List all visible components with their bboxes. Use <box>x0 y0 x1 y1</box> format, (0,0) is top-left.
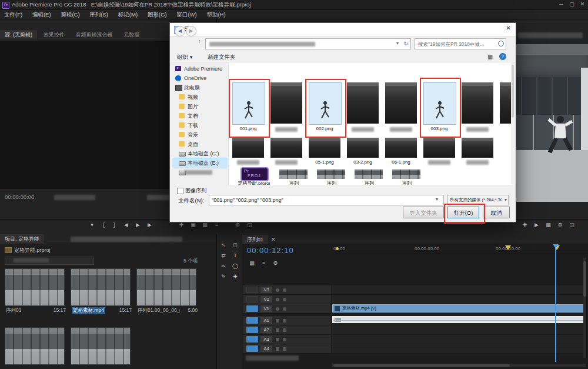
file-censored[interactable] <box>460 138 495 166</box>
sidebar-item-adobe-premiere[interactable]: Pr Adobe Premiere <box>172 64 228 74</box>
file-list-scrollbar[interactable] <box>511 62 514 185</box>
project-other-tabs[interactable] <box>71 237 182 242</box>
menu-marker[interactable]: 标记(M) <box>114 10 142 19</box>
sidebar-item-censored[interactable] <box>172 168 228 177</box>
source-zoom-select[interactable] <box>54 195 95 200</box>
track-header-a3[interactable]: A3 <box>243 335 331 344</box>
source-assign-box[interactable] <box>246 345 258 352</box>
sidebar-item-videos[interactable]: 视频 <box>172 92 228 102</box>
selection-tool-icon[interactable]: ↖ <box>219 240 228 250</box>
lane-v1[interactable]: 定格素材.mp4 [V] <box>332 304 586 314</box>
nav-forward-button[interactable]: ▶ <box>186 26 196 36</box>
view-mode-icon[interactable]: ▦ <box>487 54 493 60</box>
project-item-still-sequence[interactable]: 序列01.00_00_06_08... 5.00 <box>136 268 198 325</box>
zoom-tool-icon[interactable]: ◯ <box>230 261 240 271</box>
file-censored[interactable] <box>460 82 495 133</box>
hand-tool-icon[interactable]: ✚ <box>230 272 240 281</box>
dialog-titlebar[interactable]: 导入 ✕ <box>170 23 516 36</box>
snap-icon[interactable]: ≡ <box>259 258 269 268</box>
file-03-2-png[interactable]: 03-2.png <box>346 138 380 166</box>
tab-metadata[interactable]: 元数据 <box>119 30 144 39</box>
menu-clip[interactable]: 剪辑(C) <box>56 10 83 19</box>
program-play-icon[interactable]: ▶ <box>532 220 542 230</box>
menu-sequence[interactable]: 序列(S) <box>85 10 112 19</box>
mute-track-icon[interactable] <box>276 338 279 341</box>
program-expand-icon[interactable]: ◲ <box>567 220 577 230</box>
source-assign-box[interactable] <box>246 317 258 324</box>
file-sequence-still[interactable]: 序列 <box>278 169 310 185</box>
tab-audio-mixer[interactable]: 音频剪辑混合器 <box>71 30 118 39</box>
filename-dropdown-icon[interactable]: ▾ <box>436 197 438 202</box>
sidebar-item-documents[interactable]: 文档 <box>172 111 228 121</box>
track-header-v1[interactable]: V1 <box>243 304 331 314</box>
file-censored[interactable] <box>384 82 418 133</box>
track-header-v2[interactable]: V2 <box>243 295 331 304</box>
timeline-timecode[interactable]: 00:00:12:10 <box>247 246 294 255</box>
file-censored[interactable] <box>231 138 265 166</box>
sidebar-item-this-pc[interactable]: 此电脑 <box>172 83 228 92</box>
filename-input[interactable] <box>209 195 444 205</box>
play-icon[interactable]: ▶ <box>133 220 143 230</box>
razor-tool-icon[interactable]: ✂ <box>219 261 228 271</box>
lane-v3[interactable] <box>332 285 586 295</box>
toggle-track-output-icon[interactable] <box>276 307 279 311</box>
image-sequence-checkbox[interactable] <box>177 188 183 194</box>
organize-menu[interactable]: 组织 ▾ <box>177 54 192 61</box>
new-folder-button[interactable]: 新建文件夹 <box>208 54 236 61</box>
tab-sequence01[interactable]: 序列01 <box>242 235 268 244</box>
file-censored[interactable] <box>346 82 380 133</box>
playhead-handle[interactable] <box>553 244 559 248</box>
file-censored[interactable] <box>422 138 456 166</box>
tab-source[interactable]: 源: (无剪辑) <box>0 30 37 39</box>
project-item-sequence01[interactable]: 序列01 15:17 <box>5 268 66 325</box>
step-forward-icon[interactable]: ▶ <box>145 220 155 230</box>
source-assign-box[interactable] <box>246 336 258 343</box>
project-file-name[interactable]: 定格异能.prproj <box>14 247 51 254</box>
sidebar-item-disk-c[interactable]: 本地磁盘 (C:) <box>172 149 228 158</box>
type-tool-icon[interactable]: T <box>230 251 240 260</box>
file-censored[interactable] <box>269 82 303 133</box>
toggle-track-output-icon[interactable] <box>276 288 279 292</box>
timeline-horizontal-scrollbar[interactable] <box>332 364 586 367</box>
refresh-icon[interactable]: ↻ <box>403 41 408 46</box>
sidebar-item-pictures[interactable]: 图片 <box>172 102 228 111</box>
solo-track-icon[interactable] <box>283 319 286 323</box>
nav-back-button[interactable]: ◀ <box>175 26 185 36</box>
track-select-tool-icon[interactable]: ◻ <box>230 240 240 250</box>
audio-clip-selected[interactable] <box>332 316 586 323</box>
sidebar-item-music[interactable]: 音乐 <box>172 130 228 139</box>
project-item-row2-a[interactable] <box>5 323 66 368</box>
file-06-1-png[interactable]: 06-1.png <box>384 138 418 166</box>
timeline-settings-icon[interactable]: ⚙ <box>270 258 280 268</box>
file-05-1-png[interactable]: 05-1.png <box>308 138 342 166</box>
address-bar[interactable]: ▾ ↻ <box>205 38 411 49</box>
sequence-marker-icon[interactable] <box>505 245 511 250</box>
source-assign-box[interactable] <box>246 287 258 293</box>
maximize-button[interactable]: ▢ <box>567 0 577 9</box>
program-settings-icon[interactable]: ⚙ <box>555 220 565 230</box>
video-clip[interactable]: 定格素材.mp4 [V] <box>332 304 586 313</box>
track-header-v3[interactable]: V3 <box>243 285 331 295</box>
lane-a1[interactable] <box>332 316 586 325</box>
track-header-a4[interactable]: A4 <box>243 344 331 354</box>
track-header-a1[interactable]: A1 <box>243 316 331 325</box>
help-icon[interactable]: ? <box>499 53 506 60</box>
lane-a4[interactable] <box>332 344 586 354</box>
sidebar-item-disk-e[interactable]: 本地磁盘 (E:) <box>172 158 228 168</box>
nest-toggle-icon[interactable]: ▦ <box>247 258 257 268</box>
sidebar-item-desktop[interactable]: 桌面 <box>172 139 228 149</box>
menu-help[interactable]: 帮助(H) <box>202 10 229 19</box>
file-sequence-still[interactable]: 序列 <box>391 169 423 185</box>
source-assign-box[interactable] <box>246 305 258 312</box>
import-folder-button[interactable]: 导入文件夹 <box>403 207 444 218</box>
lane-a2[interactable] <box>332 325 586 335</box>
program-lift-icon[interactable]: ✚ <box>520 220 530 230</box>
toggle-track-lock-icon[interactable] <box>283 288 286 292</box>
program-grid-icon[interactable]: ▦ <box>543 220 553 230</box>
time-ruler[interactable]: 00:00 00:00:05:00 00:00:10:00 <box>332 244 588 254</box>
minimize-button[interactable]: ─ <box>556 0 566 9</box>
menu-file[interactable]: 文件(F) <box>0 10 26 19</box>
menu-graphics[interactable]: 图形(G) <box>143 10 171 19</box>
file-prproj[interactable]: Pr PROJ 定格异能.prproj <box>233 167 275 185</box>
toggle-track-output-icon[interactable] <box>276 298 279 301</box>
